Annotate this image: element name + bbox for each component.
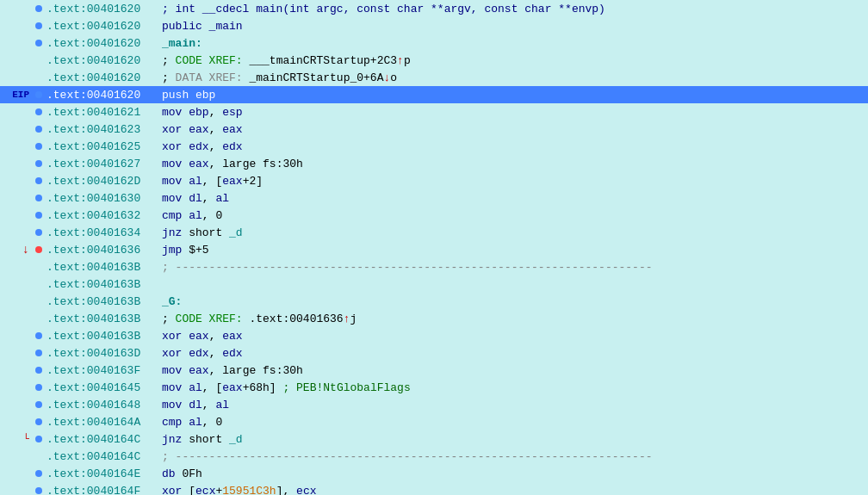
line-address: .text:00401620: [46, 37, 158, 50]
line-gutter: [0, 17, 33, 34]
eip-label: EIP: [12, 90, 29, 100]
disasm-line: .text:00401620 ; int __cdecl main(int ar…: [0, 0, 868, 17]
line-instruction: jnz short _d: [162, 433, 243, 446]
disasm-line: .text:00401620 ; DATA XREF: _mainCRTStar…: [0, 69, 868, 86]
breakpoint-dot[interactable]: [35, 160, 42, 167]
line-instruction: xor edx, edx: [162, 347, 243, 360]
line-content: .text:00401620 public _main: [45, 20, 868, 33]
line-instruction: public _main: [162, 20, 243, 33]
line-gutter: [0, 465, 33, 482]
disasm-line: EIP.text:00401620 push ebp: [0, 86, 868, 103]
line-instruction: db 0Fh: [162, 467, 202, 480]
breakpoint-dot[interactable]: [35, 126, 42, 133]
line-instruction: ; --------------------------------------…: [162, 450, 653, 463]
line-instruction: cmp al, 0: [162, 209, 222, 222]
line-instruction: ; CODE XREF: ___tmainCRTStartup+2C3↑p: [162, 54, 411, 67]
disasm-line: .text:0040163B: [0, 275, 868, 293]
line-content: .text:0040163D xor edx, edx: [45, 347, 868, 360]
line-instruction: ; int __cdecl main(int argc, const char …: [162, 3, 605, 15]
line-address: .text:0040163B: [46, 278, 158, 291]
breakpoint-dot[interactable]: [35, 470, 42, 477]
line-address: .text:00401620: [46, 20, 158, 33]
line-content: .text:00401621 mov ebp, esp: [45, 106, 868, 119]
line-gutter: [0, 224, 33, 241]
line-address: .text:0040164F: [46, 485, 158, 496]
line-content: .text:00401634 jnz short _d: [45, 226, 868, 239]
line-gutter: [0, 310, 33, 327]
disasm-line: .text:00401620 ; CODE XREF: ___tmainCRTS…: [0, 52, 868, 69]
disasm-line: .text:0040164E db 0Fh: [0, 465, 868, 482]
disasm-line: .text:00401634 jnz short _d: [0, 224, 868, 241]
line-instruction: xor edx, edx: [162, 140, 243, 153]
bracket-left-icon: └: [23, 433, 29, 445]
line-address: .text:00401634: [46, 226, 158, 239]
line-address: .text:00401645: [46, 381, 158, 394]
line-instruction: ; --------------------------------------…: [162, 261, 653, 274]
disassembly-view: .text:00401620 ; int __cdecl main(int ar…: [0, 0, 868, 495]
line-gutter: [0, 34, 33, 52]
line-content: .text:0040163F mov eax, large fs:30h: [45, 364, 868, 377]
breakpoint-dot[interactable]: [35, 384, 42, 391]
breakpoint-dot[interactable]: [35, 22, 42, 29]
line-instruction: cmp al, 0: [162, 416, 222, 429]
line-gutter: [0, 362, 33, 379]
breakpoint-dot[interactable]: [35, 40, 42, 46]
breakpoint-dot[interactable]: [35, 418, 42, 425]
line-content: .text:0040163B ; -----------------------…: [45, 261, 868, 274]
line-instruction: xor eax, eax: [162, 123, 243, 136]
line-address: .text:00401636: [46, 244, 158, 257]
line-instruction: mov eax, large fs:30h: [162, 158, 303, 170]
line-gutter: [0, 69, 33, 86]
disasm-line: .text:0040163B ; CODE XREF: .text:004016…: [0, 310, 868, 327]
breakpoint-dot[interactable]: [35, 212, 42, 219]
breakpoint-dot[interactable]: [35, 436, 42, 442]
breakpoint-dot[interactable]: [35, 229, 42, 236]
line-instruction: mov dl, al: [162, 399, 229, 411]
line-content: .text:00401620 _main:: [45, 37, 868, 50]
line-gutter: [0, 327, 33, 344]
disasm-line: .text:0040164F xor [ecx+15951C3h], ecx: [0, 482, 868, 495]
disasm-line: .text:0040163B ; -----------------------…: [0, 258, 868, 275]
line-address: .text:0040162D: [46, 175, 158, 188]
breakpoint-dot[interactable]: [35, 350, 42, 356]
line-content: .text:00401623 xor eax, eax: [45, 123, 868, 136]
breakpoint-dot[interactable]: [35, 5, 42, 12]
disasm-line: .text:00401627 mov eax, large fs:30h: [0, 155, 868, 172]
breakpoint-dot[interactable]: [35, 332, 42, 339]
breakpoint-dot[interactable]: [35, 487, 42, 494]
line-content: .text:00401627 mov eax, large fs:30h: [45, 158, 868, 170]
breakpoint-dot[interactable]: [35, 401, 42, 408]
line-gutter: [0, 189, 33, 207]
disasm-line: .text:00401632 cmp al, 0: [0, 207, 868, 224]
line-gutter: [0, 52, 33, 69]
breakpoint-dot[interactable]: [35, 246, 42, 253]
breakpoint-dot[interactable]: [35, 91, 42, 98]
line-content: .text:0040163B xor eax, eax: [45, 330, 868, 343]
line-content: .text:00401620 ; DATA XREF: _mainCRTStar…: [45, 71, 868, 84]
disasm-line: .text:00401621 mov ebp, esp: [0, 103, 868, 121]
no-breakpoint: [35, 263, 42, 270]
line-content: .text:00401620 ; CODE XREF: ___tmainCRTS…: [45, 54, 868, 67]
line-address: .text:00401620: [46, 89, 158, 102]
breakpoint-dot[interactable]: [35, 143, 42, 150]
disasm-line: .text:00401625 xor edx, edx: [0, 138, 868, 155]
disasm-line: .text:0040162D mov al, [eax+2]: [0, 172, 868, 189]
line-instruction: mov ebp, esp: [162, 106, 243, 119]
line-gutter: [0, 396, 33, 413]
line-content: .text:00401648 mov dl, al: [45, 399, 868, 411]
line-address: .text:0040163B: [46, 261, 158, 274]
line-gutter: [0, 155, 33, 172]
line-instruction: mov eax, large fs:30h: [162, 364, 303, 377]
breakpoint-dot[interactable]: [35, 195, 42, 201]
breakpoint-dot[interactable]: [35, 108, 42, 115]
line-address: .text:0040163B: [46, 330, 158, 343]
arrow-down-icon: ↓: [22, 243, 29, 257]
breakpoint-dot[interactable]: [35, 177, 42, 184]
line-address: .text:0040164C: [46, 433, 158, 446]
line-address: .text:0040163F: [46, 364, 158, 377]
no-breakpoint: [35, 57, 42, 64]
line-gutter: [0, 172, 33, 189]
line-gutter: [0, 207, 33, 224]
breakpoint-dot[interactable]: [35, 367, 42, 374]
line-instruction: jnz short _d: [162, 226, 243, 239]
